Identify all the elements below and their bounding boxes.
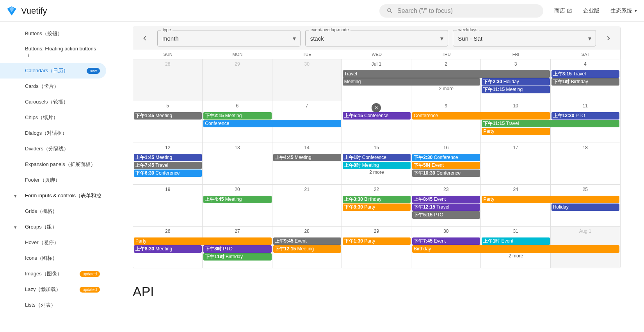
sidebar-item[interactable]: Hover（悬停） <box>0 235 106 250</box>
calendar-event[interactable]: Holiday <box>551 203 619 211</box>
day-number: 18 <box>551 143 620 152</box>
calendar-event[interactable]: 下午1时 Birthday <box>551 78 619 86</box>
sidebar-item[interactable]: Carousels（轮播） <box>0 94 106 110</box>
calendar-day[interactable]: 8 <box>342 101 411 143</box>
sidebar-item-label: Dialogs（对话框） <box>25 130 67 137</box>
calendar-day[interactable]: 19 <box>133 185 203 226</box>
event-time: 下午2:30 <box>483 79 503 84</box>
calendar-event[interactable]: 下午2:30 Conference <box>412 154 480 161</box>
sidebar-group[interactable]: ▾Groups（组） <box>0 219 109 235</box>
select-type[interactable]: type <box>157 30 301 46</box>
select-weekdays[interactable]: weekdays <box>453 30 596 46</box>
sidebar-item[interactable]: Chips（纸片） <box>0 110 106 125</box>
calendar-event[interactable]: 下午12:15 Meeting <box>273 245 341 253</box>
calendar-event[interactable]: 下午1:30 Party <box>343 237 411 245</box>
sidebar-item[interactable]: Dialogs（对话框） <box>0 125 106 141</box>
calendar-event[interactable]: 下午8时 PTO <box>203 245 271 253</box>
calendar-event[interactable]: 上午1:45 Meeting <box>134 154 202 161</box>
calendar-event[interactable]: 下午8:30 Party <box>343 203 411 211</box>
calendar-event[interactable]: 上午5:15 Conference <box>343 112 411 120</box>
calendar-event[interactable]: Party <box>134 237 272 245</box>
more-events-link[interactable]: 2 more <box>411 86 481 91</box>
sidebar-item[interactable]: Grids（栅格） <box>0 203 106 219</box>
calendar-event[interactable]: 下午12:15 Travel <box>412 203 480 211</box>
sidebar-item-label: Carousels（轮播） <box>25 98 68 105</box>
calendar-event[interactable]: Travel <box>343 70 550 78</box>
calendar-event[interactable]: 上午12:30 PTO <box>551 112 619 120</box>
day-number: 21 <box>272 185 342 194</box>
calendar-event[interactable]: 下午2:15 Meeting <box>203 112 271 120</box>
sidebar-item[interactable]: Images（图像）updated <box>0 266 106 282</box>
calendar-next-button[interactable] <box>601 30 616 46</box>
header-link-store[interactable]: 商店 <box>554 7 572 14</box>
calendar-event[interactable]: Party <box>482 196 619 203</box>
calendar-event[interactable]: Birthday <box>412 245 619 253</box>
calendar-event[interactable]: 上午3:15 Travel <box>551 70 619 78</box>
sidebar-item[interactable]: Dividers（分隔线） <box>0 141 106 157</box>
event-title: Meeting <box>297 246 314 252</box>
calendar-event[interactable]: 下午7:45 Event <box>412 237 480 245</box>
sidebar-item-label: Lazy（懒加载） <box>25 286 61 293</box>
calendar-day[interactable]: 18 <box>551 143 620 184</box>
calendar-day[interactable]: 29 <box>203 59 272 101</box>
sidebar-item[interactable]: Expansion panels（扩展面板） <box>0 157 106 172</box>
calendar-event[interactable]: 下午10:30 Conference <box>412 170 480 177</box>
day-number: Aug 1 <box>551 227 620 236</box>
calendar-day[interactable]: 13 <box>203 143 272 184</box>
search-input[interactable]: Search ("/" to focus) <box>379 4 543 18</box>
calendar-event[interactable]: 上午8:30 Meeting <box>134 245 202 253</box>
sidebar-item[interactable]: Calendars（日历）new <box>0 63 106 79</box>
event-time: 上午5:15 <box>344 113 364 118</box>
calendar-event[interactable]: 上午8时 Meeting <box>343 162 411 169</box>
calendar-event[interactable]: 下午2:30 Holiday <box>482 78 550 86</box>
calendar-event[interactable]: 上午7:45 Travel <box>134 162 202 169</box>
calendar-day[interactable]: 9 <box>411 101 481 143</box>
calendar-day[interactable]: 29 <box>342 227 411 268</box>
calendar-event[interactable]: 上午9:45 Event <box>273 237 341 245</box>
calendar-day[interactable]: 24 <box>481 185 550 226</box>
sidebar-item[interactable]: Cards（卡片） <box>0 79 106 94</box>
logo-area[interactable]: Vuetify <box>6 5 47 16</box>
more-events-link[interactable]: 2 more <box>481 253 550 259</box>
calendar-event[interactable]: 上午4:45 Meeting <box>273 154 341 161</box>
header-link-enterprise[interactable]: 企业版 <box>583 7 600 14</box>
event-time: 上午4:45 <box>205 196 225 202</box>
calendar-day[interactable]: 14 <box>272 143 342 184</box>
calendar-event[interactable]: Meeting <box>343 78 480 86</box>
more-events-link[interactable]: 2 more <box>342 170 411 175</box>
sidebar-item[interactable]: Lists（列表） <box>0 297 106 313</box>
calendar-event[interactable]: 上午1时 Conference <box>343 154 411 161</box>
calendar-event[interactable]: 下午1:45 Meeting <box>134 112 202 120</box>
calendar-event[interactable]: 下午5时 Event <box>412 162 480 169</box>
calendar-event[interactable]: Conference <box>203 120 341 127</box>
sidebar-item[interactable]: Icons（图标） <box>0 250 106 266</box>
calendar-week: 12131415161718上午1:45 Meeting上午7:45 Trave… <box>133 143 620 184</box>
calendar-event[interactable]: Conference <box>412 112 550 120</box>
calendar-toolbar: type event-overlap-mode weekdays <box>133 27 620 50</box>
calendar-day[interactable]: 30 <box>272 59 342 101</box>
calendar-event[interactable]: 下午5:15 PTO <box>412 211 480 219</box>
sidebar-item[interactable]: Lazy（懒加载）updated <box>0 282 106 297</box>
header-link-ecosystem[interactable]: 生态系统 ▼ <box>610 7 638 14</box>
calendar-day[interactable]: 5 <box>133 101 203 143</box>
sidebar-item-label: Images（图像） <box>25 270 62 277</box>
calendar-event[interactable]: 下午11时 Birthday <box>203 253 271 261</box>
calendar-day[interactable]: 21 <box>272 185 342 226</box>
select-overlap-mode[interactable]: event-overlap-mode <box>305 30 448 46</box>
calendar-day[interactable]: 20 <box>203 185 272 226</box>
calendar-event[interactable]: 下午6:30 Conference <box>134 170 202 177</box>
sidebar-item[interactable]: Buttons: Floating action buttons（ <box>0 41 106 63</box>
calendar-event[interactable]: 上午8:45 Event <box>412 196 480 203</box>
sidebar-group[interactable]: ▾Form inputs & controls（表单和控 <box>0 188 109 203</box>
calendar-event[interactable]: 下午11:15 Travel <box>482 120 619 127</box>
calendar-event[interactable]: 上午4:45 Meeting <box>203 196 271 203</box>
calendar-event[interactable]: 上午3:30 Birthday <box>343 196 411 203</box>
calendar-event[interactable]: 下午11:15 Meeting <box>482 86 550 93</box>
calendar-event[interactable]: Party <box>482 128 550 135</box>
calendar-event[interactable]: 上午1时 Event <box>482 237 550 245</box>
calendar-prev-button[interactable] <box>137 30 153 46</box>
sidebar-item[interactable]: Buttons（按钮） <box>0 26 106 41</box>
sidebar-item[interactable]: Footer（页脚） <box>0 172 106 188</box>
calendar-day[interactable]: 17 <box>481 143 550 184</box>
calendar-day[interactable]: 28 <box>133 59 203 101</box>
